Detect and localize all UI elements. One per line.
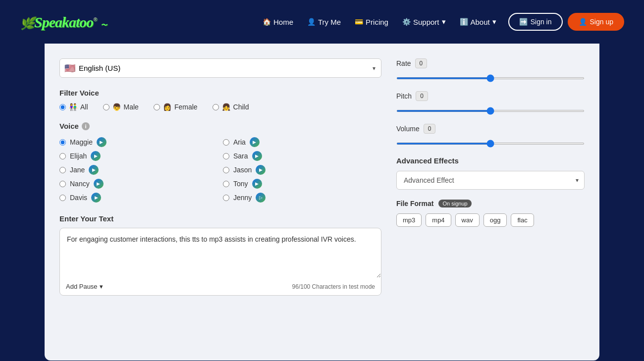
filter-male-label: Male: [124, 103, 139, 111]
on-signup-badge: On signup: [438, 200, 471, 207]
signup-button[interactable]: 👤 Sign up: [568, 13, 624, 31]
about-icon: ℹ️: [460, 18, 468, 26]
voice-item-jane[interactable]: Jane ▶: [59, 165, 213, 175]
filter-male-radio[interactable]: [103, 104, 109, 110]
play-jason-icon[interactable]: ▶: [256, 165, 266, 175]
logo-area: 🌿Speakatoo® 〜: [20, 13, 107, 31]
file-format-row: File Format On signup: [396, 200, 585, 207]
filter-voice-label: Filter Voice: [59, 89, 381, 97]
rate-slider[interactable]: [396, 77, 585, 79]
nav-item-home[interactable]: 🏠 Home: [263, 18, 293, 26]
nav-pricing-label: Pricing: [366, 18, 388, 26]
voice-info-icon[interactable]: i: [82, 122, 90, 130]
language-flag: 🇺🇸: [64, 63, 75, 74]
filter-female-label: Female: [174, 103, 198, 111]
filter-voice-options: 👫 All 👦 Male 👩 Female: [59, 103, 381, 111]
text-input[interactable]: For engaging customer interactions, this…: [60, 228, 381, 278]
voice-item-nancy[interactable]: Nancy ▶: [59, 179, 213, 189]
play-sara-icon[interactable]: ▶: [252, 151, 262, 161]
filter-male[interactable]: 👦 Male: [103, 103, 139, 111]
add-pause-label: Add Pause: [66, 283, 98, 290]
advanced-effects-section: Advanced Effects Advanced Effect Echo Re…: [396, 156, 585, 190]
add-pause-button[interactable]: Add Pause ▾: [66, 283, 103, 290]
enter-text-label: Enter Your Text: [59, 214, 381, 223]
voice-item-tony[interactable]: Tony ▶: [223, 179, 376, 189]
voice-item-sara[interactable]: Sara ▶: [223, 151, 376, 161]
format-mp3-button[interactable]: mp3: [396, 213, 422, 227]
voice-name-jenny: Jenny: [233, 194, 252, 202]
voice-radio-tony[interactable]: [223, 181, 229, 187]
filter-voice-section: Filter Voice 👫 All 👦 Male 👩: [59, 89, 381, 111]
voice-section: Voice i Maggie ▶ Aria ▶: [59, 122, 381, 203]
play-nancy-icon[interactable]: ▶: [94, 179, 104, 189]
play-maggie-icon[interactable]: ▶: [97, 137, 107, 147]
voice-radio-davis[interactable]: [59, 195, 66, 201]
language-chevron-icon: ▾: [373, 65, 376, 72]
file-format-buttons: mp3 mp4 wav ogg flac: [396, 213, 585, 227]
nav-tryme-label: Try Me: [318, 18, 341, 26]
about-chevron-icon: ▾: [492, 17, 496, 26]
play-elijah-icon[interactable]: ▶: [91, 151, 101, 161]
text-area-box: For engaging customer interactions, this…: [59, 228, 381, 296]
voice-item-maggie[interactable]: Maggie ▶: [59, 137, 213, 147]
voice-item-jenny[interactable]: Jenny ▷: [223, 193, 376, 203]
voice-item-davis[interactable]: Davis ▶: [59, 193, 213, 203]
file-format-label: File Format: [396, 200, 433, 207]
effect-select-wrap: Advanced Effect Echo Reverb Robot Teleph…: [396, 171, 585, 190]
voice-radio-sara[interactable]: [223, 153, 229, 159]
voice-item-jason[interactable]: Jason ▶: [223, 165, 376, 175]
filter-all[interactable]: 👫 All: [59, 103, 88, 111]
voice-item-elijah[interactable]: Elijah ▶: [59, 151, 213, 161]
voice-name-sara: Sara: [233, 152, 248, 160]
nav-home-label: Home: [273, 18, 293, 26]
pitch-slider-label: Pitch 0: [396, 91, 585, 101]
format-flac-button[interactable]: flac: [511, 213, 534, 227]
nav-links: 🏠 Home 👤 Try Me 💳 Pricing ⚙️ Support ▾ ℹ…: [263, 17, 496, 26]
play-davis-icon[interactable]: ▶: [91, 193, 101, 203]
rate-value-badge: 0: [415, 58, 428, 68]
effect-select[interactable]: Advanced Effect Echo Reverb Robot Teleph…: [396, 171, 585, 190]
play-tony-icon[interactable]: ▶: [252, 179, 262, 189]
pitch-slider[interactable]: [396, 110, 585, 112]
voice-name-tony: Tony: [233, 180, 248, 188]
char-count: 96/100 Characters in test mode: [292, 283, 375, 290]
voice-radio-maggie[interactable]: [59, 139, 66, 146]
nav-item-pricing[interactable]: 💳 Pricing: [355, 18, 388, 26]
volume-slider[interactable]: [396, 143, 585, 145]
voice-item-aria[interactable]: Aria ▶: [223, 137, 376, 147]
filter-female-radio[interactable]: [154, 104, 160, 110]
voice-name-elijah: Elijah: [70, 152, 87, 160]
play-jane-icon[interactable]: ▶: [89, 165, 99, 175]
nav-about-label: About: [471, 18, 490, 26]
pitch-value-badge: 0: [416, 91, 428, 101]
voice-radio-jenny[interactable]: [223, 195, 229, 201]
rate-slider-label: Rate 0: [396, 58, 585, 68]
filter-female[interactable]: 👩 Female: [154, 103, 198, 111]
filter-all-radio[interactable]: [59, 104, 66, 110]
logo: 🌿Speakatoo® 〜: [20, 13, 107, 31]
filter-child[interactable]: 👧 Child: [213, 103, 249, 111]
filter-child-radio[interactable]: [213, 104, 219, 110]
play-jenny-icon[interactable]: ▷: [256, 193, 266, 203]
format-wav-button[interactable]: wav: [455, 213, 480, 227]
nav-item-tryme[interactable]: 👤 Try Me: [307, 18, 341, 26]
language-select[interactable]: English (US) English (UK) Spanish French: [59, 58, 381, 78]
nav-item-about[interactable]: ℹ️ About ▾: [460, 17, 496, 26]
filter-all-emoji: 👫: [69, 103, 77, 111]
signup-icon: 👤: [579, 18, 587, 26]
home-icon: 🏠: [263, 18, 271, 26]
voice-radio-elijah[interactable]: [59, 153, 66, 159]
format-mp4-button[interactable]: mp4: [426, 213, 451, 227]
format-ogg-button[interactable]: ogg: [483, 213, 507, 227]
play-aria-icon[interactable]: ▶: [250, 137, 260, 147]
voice-radio-jason[interactable]: [223, 167, 229, 173]
voice-section-label: Voice i: [59, 122, 381, 130]
tryme-icon: 👤: [307, 18, 316, 26]
voice-radio-jane[interactable]: [59, 167, 66, 173]
voice-name-aria: Aria: [233, 138, 246, 146]
voice-radio-aria[interactable]: [223, 139, 229, 146]
support-icon: ⚙️: [402, 18, 411, 26]
signin-button[interactable]: ➡️ Sign in: [508, 13, 563, 31]
voice-radio-nancy[interactable]: [59, 181, 66, 187]
nav-item-support[interactable]: ⚙️ Support ▾: [402, 17, 446, 26]
